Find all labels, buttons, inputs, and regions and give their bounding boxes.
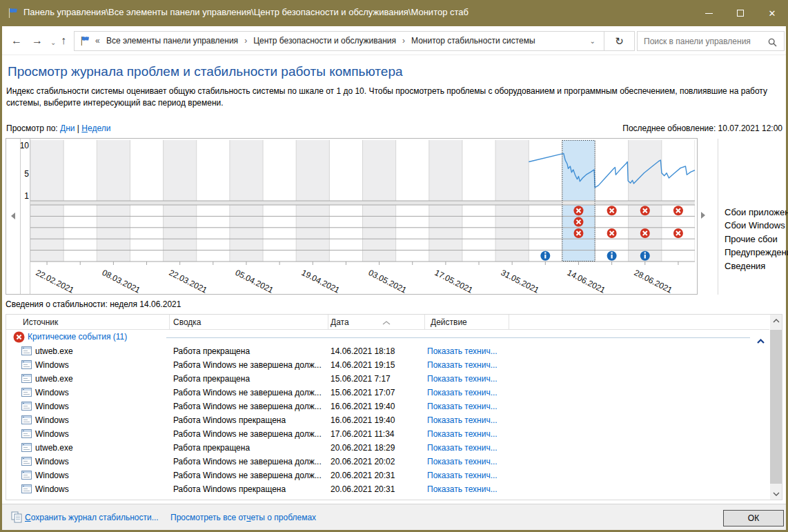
application-icon (21, 443, 32, 454)
show-details-link[interactable]: Показать технич... (427, 415, 498, 425)
stability-index-line (529, 153, 695, 187)
security-flag-icon (8, 8, 19, 21)
breadcrumb-item[interactable]: Все элементы панели управления (106, 36, 238, 46)
recent-pages-dropdown-icon[interactable]: ⌄ (50, 39, 56, 46)
table-row[interactable]: WindowsРабота Windows не завершена долж.… (6, 386, 769, 400)
summary-cell: Работа прекращена (173, 443, 250, 453)
maximize-button[interactable] (725, 0, 756, 26)
summary-cell: Работа Windows не завершена долж... (173, 360, 322, 370)
date-cell: 15.06.2021 17:07 (331, 388, 395, 397)
scroll-down-icon[interactable] (770, 488, 782, 500)
app-window: Панель управления\Все элементы панели уп… (0, 0, 788, 532)
column-header-2[interactable]: Сводка (170, 315, 328, 330)
show-details-link[interactable]: Показать технич... (427, 443, 498, 453)
date-cell: 20.06.2021 20:31 (331, 471, 395, 480)
event-row-labels: Сбои приложенийСбои WindowsПрочие сбоиПр… (725, 207, 788, 274)
table-row[interactable]: WindowsРабота Windows не завершена долж.… (6, 469, 769, 482)
show-details-link[interactable]: Показать технич... (427, 484, 498, 494)
source-cell: utweb.exe (35, 374, 73, 384)
show-details-link[interactable]: Показать технич... (427, 402, 498, 411)
stability-chart[interactable] (30, 140, 695, 267)
summary-cell: Работа Windows не завершена долж... (173, 457, 322, 466)
group-label[interactable]: Критические события (11) (28, 332, 127, 342)
column-header-4[interactable]: Действие (425, 315, 509, 330)
table-row[interactable]: WindowsРабота Windows не завершена долж.… (6, 400, 769, 413)
back-button[interactable]: ← (11, 35, 22, 46)
show-details-link[interactable]: Показать технич... (427, 429, 498, 439)
group-row-critical-events[interactable]: Критические события (11) (6, 330, 769, 344)
breadcrumb-overflow-icon[interactable]: « (95, 36, 100, 46)
window-title: Панель управления\Все элементы панели уп… (23, 7, 469, 17)
application-icon (21, 457, 32, 468)
scroll-up-icon[interactable] (770, 315, 782, 326)
application-icon (21, 374, 32, 385)
show-details-link[interactable]: Показать технич... (427, 388, 498, 397)
up-button[interactable]: ↑ (61, 35, 66, 46)
summary-cell: Работа Windows прекращена (173, 415, 286, 425)
source-cell: Windows (35, 471, 69, 480)
view-days-link[interactable]: Дни (60, 124, 75, 133)
vertical-scrollbar[interactable] (770, 315, 782, 500)
save-history-link[interactable]: Сохранить журнал стабильности... (25, 513, 159, 522)
stability-chart-box: 1051 22.02.202108.03.202122.03.202105.04… (6, 138, 698, 295)
table-row[interactable]: WindowsРабота Windows не завершена долж.… (6, 358, 769, 372)
summary-cell: Работа прекращена (173, 374, 250, 384)
breadcrumb-item[interactable]: Центр безопасности и обслуживания (253, 36, 396, 46)
view-by-label: Просмотр по: (6, 124, 58, 133)
table-row[interactable]: WindowsРабота Windows прекращена16.06.20… (6, 413, 769, 427)
scrollbar-thumb[interactable] (770, 330, 782, 484)
date-cell: 16.06.2021 19:40 (331, 402, 395, 411)
show-details-link[interactable]: Показать технич... (427, 346, 498, 356)
address-bar[interactable]: « Все элементы панели управления›Центр б… (74, 31, 604, 51)
x-axis-label: 19.04.2021 (300, 268, 342, 295)
date-cell: 16.06.2021 19:40 (331, 415, 395, 425)
search-icon[interactable] (768, 37, 777, 50)
application-icon (21, 346, 32, 357)
search-input[interactable] (638, 32, 784, 50)
table-row[interactable]: WindowsРабота Windows прекращена20.06.20… (6, 482, 769, 496)
chart-scroll-right-icon[interactable] (701, 212, 705, 219)
column-header-1[interactable]: Источник (6, 315, 170, 330)
error-icon (607, 206, 617, 215)
error-icon (573, 217, 583, 227)
view-weeks-link[interactable]: Недели (81, 124, 110, 133)
table-row[interactable]: WindowsРабота Windows не завершена долж.… (6, 427, 769, 441)
page-description: Индекс стабильности системы оценивает об… (6, 86, 782, 109)
show-details-link[interactable]: Показать технич... (427, 471, 498, 480)
navigation-bar: ← → ⌄ ↑ « Все элементы панели управления… (2, 26, 786, 55)
view-all-reports-link[interactable]: Просмотреть все отчеты о проблемах (170, 513, 316, 522)
x-axis-label: 14.06.2021 (566, 268, 607, 295)
table-row[interactable]: utweb.exeРабота прекращена14.06.2021 18:… (6, 344, 769, 358)
breadcrumb-item[interactable]: Монитор стабильности системы (411, 36, 535, 46)
column-header-3[interactable]: Дата (328, 315, 425, 330)
date-cell: 14.06.2021 19:15 (331, 360, 395, 370)
table-row[interactable]: utweb.exeРабота прекращена15.06.2021 7:1… (6, 372, 769, 386)
chart-scroll-left-icon[interactable] (11, 213, 15, 219)
error-icon (673, 228, 683, 238)
error-icon (673, 206, 683, 215)
table-row[interactable]: WindowsРабота Windows не завершена долж.… (6, 455, 769, 469)
close-button[interactable]: ✕ (756, 0, 788, 26)
summary-cell: Работа Windows не завершена долж... (173, 388, 322, 397)
table-row[interactable]: utweb.exeРабота прекращена20.06.2021 18:… (6, 441, 769, 455)
address-dropdown-icon[interactable]: ⌄ (590, 37, 595, 45)
show-details-link[interactable]: Показать технич... (427, 457, 498, 466)
info-icon (540, 251, 550, 261)
x-axis-label: 05.04.2021 (234, 268, 275, 295)
forward-button[interactable]: → (32, 35, 43, 46)
view-by-row: Просмотр по: Дни | Недели (6, 124, 110, 133)
show-details-link[interactable]: Показать технич... (427, 360, 498, 370)
application-icon (21, 429, 32, 440)
date-cell: 14.06.2021 18:18 (331, 346, 395, 356)
info-icon (607, 251, 617, 261)
x-axis-label: 03.05.2021 (366, 268, 408, 295)
info-icon (640, 251, 650, 261)
show-details-link[interactable]: Показать технич... (427, 374, 498, 384)
summary-cell: Работа Windows не завершена долж... (173, 402, 322, 411)
x-axis-label: 17.05.2021 (433, 268, 474, 295)
date-cell: 20.06.2021 18:29 (331, 443, 395, 453)
ok-button[interactable]: ОК (723, 510, 784, 526)
refresh-button[interactable]: ↻ (604, 31, 635, 51)
minimize-button[interactable] (693, 0, 725, 26)
application-icon (21, 471, 32, 482)
